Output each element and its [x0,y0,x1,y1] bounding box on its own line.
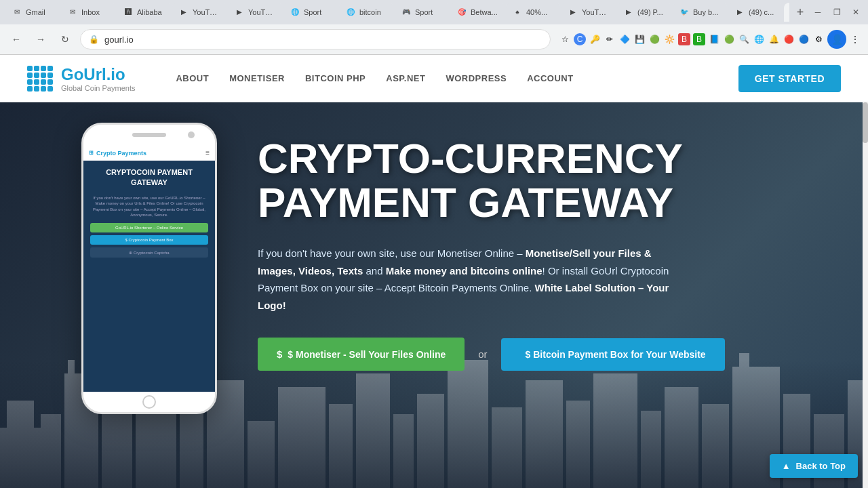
minimize-button[interactable]: ─ [811,5,825,19]
scrollbar-track [863,102,868,488]
nav-bitcoin-php[interactable]: BITCOIN PHP [305,73,366,83]
forward-button[interactable]: → [31,30,50,49]
bitcoin-payment-button[interactable]: $ Bitcoin Payment Box for Your Website [501,338,725,371]
tab-gmail-1[interactable]: ✉Gmail [5,3,60,22]
tab-forty[interactable]: ♠40%... [506,3,560,22]
phone-screen-header: ⊞ Crypto Payments ≡ [83,145,215,161]
nav-about[interactable]: ABOUT [176,73,209,83]
monetiser-button[interactable]: $ $ Monetiser - Sell Your Files Online [258,338,465,371]
svg-rect-23 [665,387,698,488]
scrollbar-thumb[interactable] [863,102,868,143]
tab-icon-yt-2: ▶ [235,7,244,17]
get-started-button[interactable]: GET STARTED [738,65,841,92]
hero-content: CRYPTO-CURRENCY PAYMENT GATEWAY If you d… [258,136,841,371]
close-button[interactable]: ✕ [849,5,863,19]
tab-betwa[interactable]: 🎯Betwa... [450,3,505,22]
tab-yt-5[interactable]: ▶(49) c... [728,3,783,22]
extension-icon-4[interactable]: 🔷 [618,33,631,45]
tab-yt-1[interactable]: ▶YouTube [172,3,226,22]
svg-rect-18 [492,407,522,488]
svg-rect-15 [417,394,444,488]
tab-label-gmail-2: Inbox [81,8,100,16]
tab-gourl[interactable]: 🌐G [784,3,789,22]
tab-icon-yt-4: ▶ [624,7,633,17]
phone-screen: ⊞ Crypto Payments ≡ CRYPTOCOIN PAYMENT G… [83,145,215,392]
logo-area[interactable]: GoUrl.io Global Coin Payments [27,65,135,92]
profile-button[interactable]: 👤 [827,30,846,49]
tab-yt-4[interactable]: ▶(49) P... [617,3,671,22]
extension-icon-15[interactable]: 🔴 [783,33,795,45]
website-content: GoUrl.io Global Coin Payments ABOUT MONE… [0,55,868,488]
address-bar-row: ← → ↻ 🔒 gourl.io ☆ C 🔑 ✏ 🔷 💾 🟢 🔆 B B 📘 🟢 [0,24,868,54]
back-to-top-label: Back to Top [796,461,846,471]
browser-chrome: ✉Gmail✉Inbox🅰Alibaba▶YouTube▶YouTube🌐Spo… [0,0,868,55]
nav-wordpress[interactable]: WORDPRESS [446,73,507,83]
tab-yt-3[interactable]: ▶YouTu... [561,3,616,22]
tab-alibaba[interactable]: 🅰Alibaba [117,3,171,22]
tab-label-sport-2: Sport [415,8,433,16]
logo-dots-icon [27,66,53,92]
svg-rect-24 [702,404,729,488]
phone-blue-button: $ Cryptocoin Payment Box [90,235,208,245]
back-to-top-button[interactable]: ▲ Back to Top [770,454,858,478]
extension-icon-7[interactable]: 🔆 [663,33,675,45]
tab-twitter[interactable]: 🐦Buy b... [673,3,727,22]
extension-icon-11[interactable]: 🟢 [723,33,735,45]
svg-rect-20 [566,401,590,488]
new-tab-button[interactable]: + [791,3,810,22]
hero-description: If you don't have your own site, use our… [258,245,692,314]
extension-icon-10[interactable]: 📘 [708,33,720,45]
tab-gmail-2[interactable]: ✉Inbox [61,3,115,22]
nav-asp-net[interactable]: ASP.NET [386,73,425,83]
tab-sport-1[interactable]: 🌐Sport [283,3,338,22]
hero-section: ⊞ Crypto Payments ≡ CRYPTOCOIN PAYMENT G… [0,102,868,488]
maximize-button[interactable]: ❐ [830,5,844,19]
extension-icon-2[interactable]: 🔑 [589,33,601,45]
svg-rect-14 [393,414,414,488]
phone-home-button [142,395,156,409]
monetiser-button-label: $ Monetiser - Sell Your Files Online [288,349,446,360]
extension-icon-12[interactable]: 🔍 [738,33,750,45]
extension-icon-5[interactable]: 💾 [633,33,646,45]
tab-yt-2[interactable]: ▶YouTube [228,3,282,22]
extension-icon-17[interactable]: ⚙ [812,33,825,45]
logo-subtitle: Global Coin Payments [61,84,135,92]
phone-green-button: GoURL.io Shortener – Online Service [90,223,208,232]
tab-label-yt-1: YouTube [193,8,220,16]
tab-icon-betwa: 🎯 [457,7,467,17]
nav-links: ABOUT MONETISER BITCOIN PHP ASP.NET WORD… [176,73,738,83]
extension-icon-6[interactable]: 🟢 [648,33,660,45]
nav-account[interactable]: ACCOUNT [527,73,574,83]
tab-icon-twitter: 🐦 [679,7,689,17]
svg-rect-8 [180,407,203,488]
bookmark-star-icon[interactable]: ☆ [559,33,571,45]
svg-rect-2 [41,414,61,488]
bookmark-icons: ☆ C 🔑 ✏ 🔷 💾 🟢 🔆 B B 📘 🟢 🔍 🌐 🔔 🔴 🔵 ⚙ 👤 [559,30,861,49]
tab-sport-2[interactable]: 🎮Sport [395,3,449,22]
extension-icon-14[interactable]: 🔔 [768,33,780,45]
svg-rect-4 [68,360,75,373]
tab-icon-gmail-2: ✉ [68,7,77,17]
phone-content: CRYPTOCOIN PAYMENT GATEWAY If you don't … [83,161,215,392]
extension-icon-8[interactable]: B [678,33,690,45]
svg-rect-12 [329,404,353,488]
extension-icon-1[interactable]: C [574,33,586,45]
reload-button[interactable]: ↻ [56,30,75,49]
extension-icon-13[interactable]: 🌐 [753,33,765,45]
tab-icon-yt-3: ▶ [568,7,578,17]
phone-app-title: ⊞ Crypto Payments [89,150,146,157]
browser-window: ✉Gmail✉Inbox🅰Alibaba▶YouTube▶YouTube🌐Spo… [0,0,868,488]
extension-icon-9[interactable]: B [693,33,705,45]
phone-mockup: ⊞ Crypto Payments ≡ CRYPTOCOIN PAYMENT G… [81,123,217,414]
back-button[interactable]: ← [7,30,26,49]
menu-dots-icon[interactable]: ⋮ [849,33,861,45]
phone-heading: CRYPTOCOIN PAYMENT GATEWAY [90,167,208,188]
extension-icon-3[interactable]: ✏ [604,33,616,45]
phone-speaker [132,133,166,137]
address-bar[interactable]: 🔒 gourl.io [80,29,551,49]
tab-bitcoin[interactable]: 🌐bitcoin [339,3,393,22]
extension-icon-16[interactable]: 🔵 [797,33,810,45]
nav-monetiser[interactable]: MONETISER [229,73,285,83]
tab-icon-yt-5: ▶ [735,7,745,17]
phone-body-text: If you don't have your own site, use our… [90,195,208,218]
